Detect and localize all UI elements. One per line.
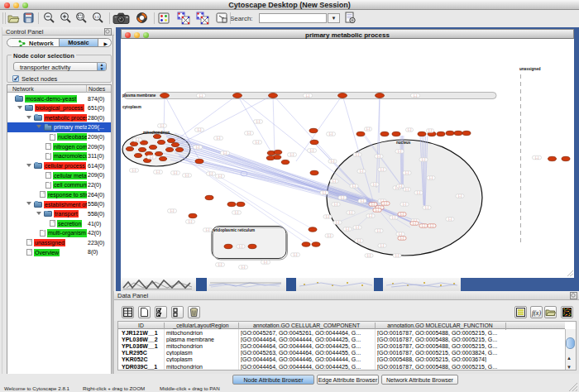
svg-text:(...): (...) [395, 254, 399, 257]
svg-text:(...): (...) [384, 202, 387, 205]
svg-text:(...): (...) [206, 228, 209, 232]
svg-text:(...): (...) [403, 203, 406, 206]
svg-text:(...): (...) [218, 174, 222, 178]
svg-text:(...): (...) [264, 261, 267, 264]
svg-text:(...): (...) [218, 263, 222, 266]
svg-text:(...): (...) [392, 216, 395, 219]
svg-text:(...): (...) [380, 168, 384, 171]
svg-text:(...): (...) [247, 131, 251, 135]
svg-text:(...): (...) [256, 141, 259, 144]
svg-text:unassigned: unassigned [519, 67, 541, 71]
svg-text:endoplasmic reticulum: endoplasmic reticulum [213, 228, 255, 232]
svg-text:(...): (...) [349, 211, 352, 214]
svg-text:(...): (...) [352, 184, 356, 188]
svg-text:(...): (...) [380, 244, 384, 247]
svg-text:(...): (...) [356, 226, 359, 229]
svg-text:(...): (...) [376, 208, 379, 212]
svg-text:(...): (...) [235, 211, 238, 214]
svg-text:1:1: 1:1 [94, 15, 99, 19]
svg-text:(...): (...) [369, 214, 372, 218]
svg-text:(...): (...) [310, 149, 313, 152]
svg-text:(...): (...) [156, 170, 160, 174]
svg-text:(...): (...) [400, 237, 404, 240]
svg-text:(...): (...) [448, 218, 452, 221]
svg-text:(...): (...) [334, 203, 337, 206]
svg-text:(...): (...) [422, 224, 425, 227]
svg-text:(...): (...) [458, 194, 462, 198]
svg-text:(...): (...) [408, 128, 411, 131]
svg-text:(...): (...) [185, 174, 189, 177]
svg-text:(...): (...) [333, 179, 336, 183]
svg-text:(...): (...) [329, 132, 333, 136]
svg-text:(...): (...) [217, 136, 220, 140]
svg-text:(...): (...) [398, 150, 401, 153]
svg-text:(...): (...) [425, 206, 428, 209]
svg-text:(...): (...) [328, 234, 331, 237]
svg-text:(...): (...) [400, 213, 404, 216]
svg-text:(...): (...) [331, 160, 334, 163]
svg-text:(...): (...) [417, 191, 420, 194]
svg-text:(...): (...) [174, 171, 177, 174]
svg-text:(...): (...) [405, 188, 409, 191]
svg-text:(...): (...) [405, 171, 409, 174]
svg-text:(...): (...) [326, 215, 329, 218]
svg-text:(...): (...) [132, 169, 136, 172]
svg-text:(...): (...) [371, 203, 375, 206]
svg-text:(...): (...) [377, 155, 380, 158]
svg-text:(...): (...) [189, 220, 192, 223]
svg-text:(...): (...) [430, 224, 433, 227]
svg-text:(...): (...) [160, 124, 164, 127]
svg-text:(...): (...) [256, 120, 260, 123]
svg-text:(...): (...) [428, 129, 432, 132]
svg-text:(...): (...) [136, 138, 139, 141]
svg-text:(...): (...) [367, 254, 371, 257]
svg-text:(...): (...) [209, 172, 213, 175]
svg-text:(...): (...) [336, 221, 339, 224]
svg-text:(...): (...) [360, 170, 363, 173]
svg-text:(...): (...) [290, 153, 294, 156]
svg-text:f(x): f(x) [532, 309, 541, 317]
svg-text:cytoplasm: cytoplasm [122, 105, 141, 109]
svg-text:plasma membrane: plasma membrane [122, 93, 156, 98]
svg-text:nucleus: nucleus [396, 141, 411, 145]
svg-text:(...): (...) [399, 184, 402, 188]
svg-text:(...): (...) [196, 146, 199, 149]
svg-text:(...): (...) [239, 245, 242, 248]
svg-text:(...): (...) [170, 209, 174, 213]
svg-text:(...): (...) [414, 94, 417, 98]
svg-text:(...): (...) [429, 176, 433, 179]
svg-text:(...): (...) [346, 227, 349, 231]
svg-text:(...): (...) [361, 199, 364, 203]
svg-text:(...): (...) [306, 94, 309, 98]
svg-text:(...): (...) [535, 156, 538, 160]
svg-text:(...): (...) [150, 155, 153, 159]
svg-text:(...): (...) [323, 191, 326, 194]
svg-text:(...): (...) [341, 196, 344, 199]
svg-text:(...): (...) [413, 222, 416, 225]
svg-text:(...): (...) [377, 229, 380, 232]
svg-text:(...): (...) [242, 265, 245, 269]
svg-text:(...): (...) [223, 151, 227, 155]
svg-text:(...): (...) [373, 183, 376, 186]
svg-text:(...): (...) [356, 153, 359, 156]
svg-text:(...): (...) [294, 253, 297, 256]
svg-text:(...): (...) [357, 239, 361, 242]
svg-text:(...): (...) [399, 232, 402, 236]
svg-text:(...): (...) [198, 128, 201, 131]
svg-text:(...): (...) [199, 94, 203, 98]
svg-text:(...): (...) [366, 127, 370, 131]
svg-text:(...): (...) [422, 158, 425, 161]
